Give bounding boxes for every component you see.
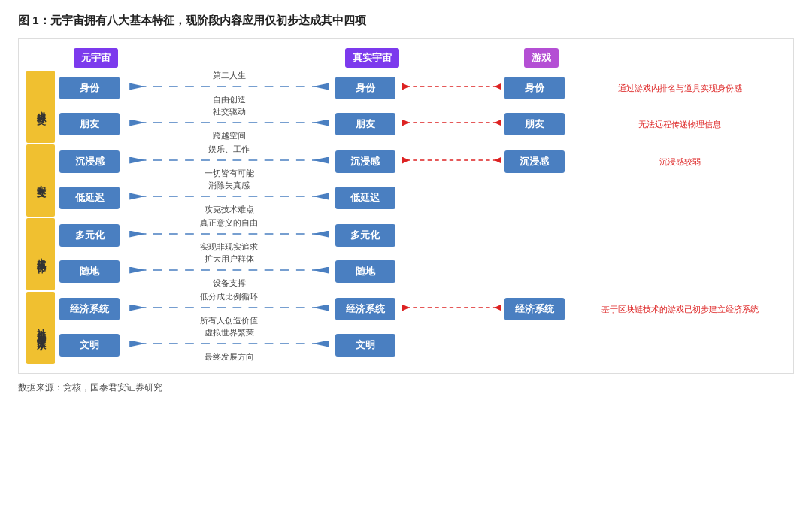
real-node-0-0: 身份 bbox=[335, 77, 395, 99]
row-2-0: 多元化真正意义的自由 实现非现实追求多元化 bbox=[59, 218, 786, 253]
row-3-0: 经济系统低分成比例循环 所有人创造价值经济系统 经济系统基于区块链技 bbox=[59, 292, 786, 326]
annotation-1-0: 沉浸感较弱 bbox=[574, 156, 786, 168]
game-node-3-0: 经济系统 bbox=[504, 298, 565, 320]
real-node-2-1: 随地 bbox=[335, 260, 395, 283]
meta-node-2-1: 随地 bbox=[59, 260, 120, 283]
row-1-0: 沉浸感娱乐、工作 一切皆有可能沉浸感 沉浸感沉浸感较弱 bbox=[59, 144, 786, 179]
header-metaverse-col: 元宇宙 bbox=[64, 48, 128, 68]
cat-label-3: 社会规则与经济体系 bbox=[26, 292, 55, 364]
group-1: 实时交互沉浸感娱乐、工作 一切皆有可能沉浸感 沉浸感沉浸感较弱低延迟 bbox=[26, 144, 786, 217]
arrow1-bot-0-1: 跨越空间 bbox=[123, 131, 335, 141]
row-1-1: 低延迟消除失真感 攻克技术难点低延迟 bbox=[59, 181, 786, 215]
header-row: 元宇宙 真实宇宙 游戏 bbox=[26, 48, 786, 68]
meta-node-0-1: 朋友 bbox=[59, 113, 120, 135]
row-2-1: 随地扩大用户群体 设备支撑随地 bbox=[59, 254, 786, 289]
cat-label-2: 大规模协作 bbox=[26, 218, 55, 290]
arrow1-top-1-0: 娱乐、工作 bbox=[123, 144, 335, 155]
header-game-col: 游戏 bbox=[510, 48, 574, 68]
real-node-1-1: 低延迟 bbox=[335, 187, 395, 209]
row-0-0: 身份第二人生 自由创造身份 身份通过游戏内排名与道具实现身份感 bbox=[59, 71, 786, 105]
group-2: 大规模协作多元化真正意义的自由 实现非现实追求多元化随地扩大用户群体 bbox=[26, 218, 786, 290]
game-node-1-0: 沉浸感 bbox=[504, 150, 565, 173]
real-node-0-1: 朋友 bbox=[335, 113, 395, 135]
header-realworld: 真实宇宙 bbox=[345, 48, 399, 68]
meta-node-2-0: 多元化 bbox=[59, 224, 120, 247]
groups-container: 虚拟社交身份第二人生 自由创造身份 身份通过游戏内排名与道具实现身份 bbox=[26, 71, 786, 364]
arrow1-bot-1-1: 攻克技术难点 bbox=[123, 205, 335, 215]
diagram-container: 元宇宙 真实宇宙 游戏 虚拟社交身份第二人生 自由创造身份 bbox=[18, 38, 794, 374]
cat-label-0: 虚拟社交 bbox=[26, 71, 55, 143]
annotation-0-1: 无法远程传递物理信息 bbox=[574, 119, 786, 130]
row-0-1: 朋友社交驱动 跨越空间朋友 朋友无法远程传递物理信息 bbox=[59, 107, 786, 141]
source-text: 数据来源：竞核，国泰君安证券研究 bbox=[18, 381, 794, 394]
real-node-2-0: 多元化 bbox=[335, 224, 395, 247]
meta-node-1-1: 低延迟 bbox=[59, 187, 120, 209]
arrow1-top-3-1: 虚拟世界繁荣 bbox=[123, 328, 335, 338]
arrow1-bot-3-0: 所有人创造价值 bbox=[123, 316, 335, 326]
arrow1-top-2-1: 扩大用户群体 bbox=[123, 254, 335, 265]
arrow1-top-0-1: 社交驱动 bbox=[123, 107, 335, 117]
game-node-0-0: 身份 bbox=[504, 77, 565, 99]
arrow1-top-3-0: 低分成比例循环 bbox=[123, 292, 335, 302]
real-node-3-1: 文明 bbox=[335, 334, 395, 357]
arrow1-top-1-1: 消除失真感 bbox=[123, 181, 335, 191]
arrow1-bot-1-0: 一切皆有可能 bbox=[123, 168, 335, 179]
header-metaverse: 元宇宙 bbox=[74, 48, 118, 68]
game-node-0-1: 朋友 bbox=[504, 113, 565, 135]
meta-node-3-0: 经济系统 bbox=[59, 298, 120, 320]
annotation-3-0: 基于区块链技术的游戏已初步建立经济系统 bbox=[574, 304, 786, 315]
meta-node-1-0: 沉浸感 bbox=[59, 150, 120, 173]
real-node-1-0: 沉浸感 bbox=[335, 150, 395, 173]
meta-node-0-0: 身份 bbox=[59, 77, 120, 99]
cat-label-1: 实时交互 bbox=[26, 144, 55, 217]
arrow1-top-2-0: 真正意义的自由 bbox=[123, 218, 335, 229]
arrow1-bot-2-1: 设备支撑 bbox=[123, 278, 335, 289]
row-3-1: 文明虚拟世界繁荣 最终发展方向文明 bbox=[59, 328, 786, 363]
arrow1-bot-0-0: 自由创造 bbox=[123, 95, 335, 105]
header-game: 游戏 bbox=[524, 48, 559, 68]
group-3: 社会规则与经济体系经济系统低分成比例循环 所有人创造价值经济系统 经 bbox=[26, 292, 786, 364]
arrow1-bot-3-1: 最终发展方向 bbox=[123, 352, 335, 363]
arrow1-bot-2-0: 实现非现实追求 bbox=[123, 242, 335, 253]
meta-node-3-1: 文明 bbox=[59, 334, 120, 357]
header-realworld-col: 真实宇宙 bbox=[341, 48, 404, 68]
group-0: 虚拟社交身份第二人生 自由创造身份 身份通过游戏内排名与道具实现身份 bbox=[26, 71, 786, 143]
real-node-3-0: 经济系统 bbox=[335, 298, 395, 320]
figure-title: 图 1：元宇宙拥有八大基本特征，现阶段内容应用仅初步达成其中四项 bbox=[18, 14, 794, 28]
annotation-0-0: 通过游戏内排名与道具实现身份感 bbox=[574, 83, 786, 94]
arrow1-top-0-0: 第二人生 bbox=[123, 71, 335, 81]
